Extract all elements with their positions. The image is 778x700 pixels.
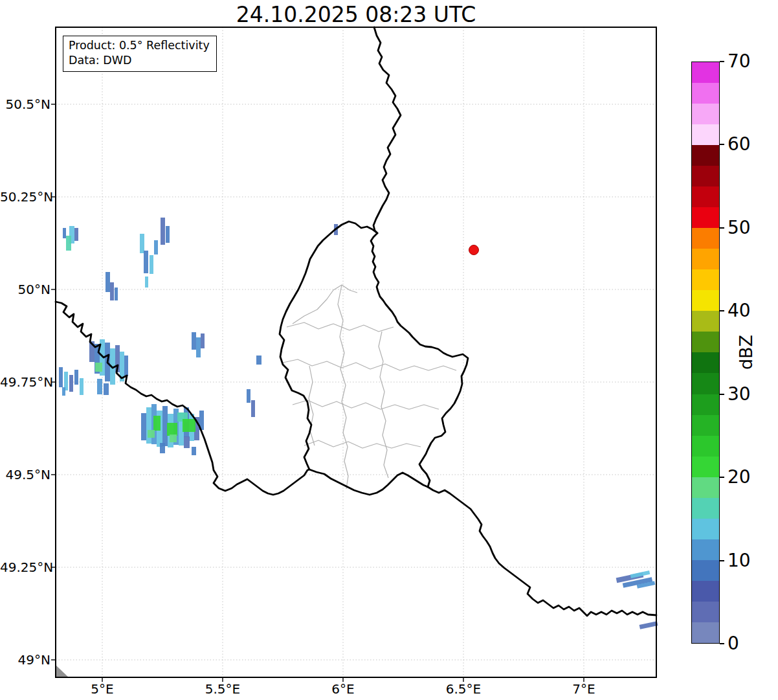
- radar-echo-cell: [62, 387, 65, 396]
- colorbar-tick-mark: [720, 477, 724, 478]
- colorbar-tick-mark: [720, 227, 724, 229]
- radar-echo-cell: [74, 228, 78, 241]
- radar-echo-cell: [170, 435, 177, 442]
- radar-echo-cell: [66, 236, 71, 251]
- y-tick-label: 50.25°N: [0, 189, 50, 205]
- colorbar-band: [692, 436, 719, 457]
- y-tick-label: 49.5°N: [0, 467, 50, 482]
- colorbar-tick-mark: [720, 61, 724, 62]
- colorbar-band: [692, 269, 719, 290]
- colorbar-band: [692, 539, 719, 560]
- x-tick-label: 6°E: [314, 681, 372, 697]
- colorbar-band: [692, 352, 719, 373]
- colorbar-band: [692, 62, 719, 83]
- colorbar-band: [692, 311, 719, 332]
- colorbar-tick-mark: [720, 394, 724, 395]
- colorbar-band: [692, 186, 719, 207]
- luxembourg-outline: [280, 221, 468, 495]
- radar-echo-cell: [160, 443, 165, 453]
- radar-echo-cell: [97, 379, 102, 394]
- colorbar-tick-label: 50: [728, 218, 773, 238]
- y-tick-label: 49.25°N: [0, 559, 50, 575]
- x-tick-label: 5°E: [73, 681, 131, 697]
- colorbar-tick-label: 10: [728, 550, 773, 571]
- radar-echo-cell: [110, 282, 114, 300]
- map-frame: [56, 27, 656, 677]
- colorbar-tick-label: 0: [728, 633, 773, 654]
- radar-site-marker: [469, 245, 479, 255]
- radar-echo-cell: [150, 255, 153, 274]
- map-canvas: [0, 0, 778, 700]
- country-borders: [56, 27, 656, 616]
- radar-echo-cell: [166, 226, 170, 243]
- radar-echo-cell: [106, 272, 110, 292]
- colorbar-band: [692, 228, 719, 249]
- radar-echo-cell: [639, 621, 658, 629]
- france-germany-border: [428, 487, 656, 616]
- radar-echo-cell: [95, 363, 102, 372]
- radar-echo-cell: [184, 436, 190, 448]
- colorbar-band: [692, 104, 719, 124]
- radar-echo-cell: [63, 228, 66, 238]
- radar-echo-cell: [74, 370, 78, 385]
- radar-echo-cell: [148, 430, 155, 438]
- radar-echo-cell: [144, 251, 148, 273]
- radar-echo-cell: [183, 419, 195, 432]
- colorbar-axis-label: dBZ: [736, 335, 756, 370]
- y-tick-label: 49.75°N: [0, 374, 50, 390]
- x-tick-label: 5.5°E: [194, 681, 252, 697]
- y-tick-label: 50.5°N: [0, 96, 50, 112]
- colorbar-tick-mark: [720, 560, 724, 561]
- radar-echo-cell: [196, 337, 201, 357]
- colorbar-band: [692, 394, 719, 415]
- y-tick-label: 49°N: [0, 652, 50, 668]
- radar-echo-cell: [192, 447, 196, 455]
- product-info-line1: Product: 0.5° Reflectivity: [69, 38, 210, 53]
- radar-figure: 24.10.2025 08:23 UTC Product: 0.5° Refle…: [0, 0, 778, 700]
- colorbar-band: [692, 560, 719, 581]
- radar-echo-cell: [104, 383, 109, 395]
- product-info-box: Product: 0.5° Reflectivity Data: DWD: [63, 36, 217, 72]
- radar-echo-cell: [161, 218, 165, 245]
- colorbar: [691, 62, 720, 644]
- colorbar-tick-label: 40: [728, 300, 773, 321]
- radar-echo-cell: [80, 378, 83, 395]
- colorbar-band: [692, 249, 719, 269]
- colorbar-band: [692, 477, 719, 498]
- colorbar-tick-label: 20: [728, 467, 773, 488]
- radar-echo-cell: [115, 288, 118, 300]
- corner-terrain-patch: [56, 665, 69, 677]
- axis-tick-marks: [51, 104, 584, 682]
- radar-echo-cell: [146, 407, 151, 444]
- colorbar-band: [692, 207, 719, 228]
- canton-border: [293, 285, 357, 324]
- colorbar-band: [692, 622, 719, 643]
- radar-echo-cell: [141, 413, 146, 440]
- x-tick-label: 7°E: [555, 681, 613, 697]
- radar-echo-cell: [154, 240, 158, 254]
- colorbar-tick-mark: [720, 643, 724, 644]
- canton-border: [379, 332, 388, 478]
- radar-echo-cell: [251, 400, 255, 417]
- radar-echo-cell: [247, 389, 250, 403]
- colorbar-band: [692, 145, 719, 166]
- radar-echo-cell: [69, 375, 73, 392]
- colorbar-band: [692, 602, 719, 622]
- radar-echo-cell: [192, 332, 196, 350]
- x-tick-label: 6.5°E: [434, 681, 493, 697]
- y-tick-label: 50°N: [0, 282, 50, 297]
- gridlines: [56, 27, 656, 677]
- colorbar-tick-mark: [720, 310, 724, 311]
- canton-border: [338, 285, 348, 489]
- canton-border: [293, 400, 439, 409]
- belgium-france-border: [56, 302, 309, 495]
- colorbar-tick-label: 60: [728, 134, 773, 155]
- radar-echo-cell: [162, 406, 168, 446]
- colorbar-tick-label: 70: [728, 51, 773, 72]
- colorbar-band: [692, 457, 719, 477]
- colorbar-band: [692, 83, 719, 104]
- colorbar-tick-label: 30: [728, 384, 773, 405]
- radar-echo-cell: [167, 423, 177, 436]
- colorbar-band: [692, 124, 719, 145]
- radar-echo-cell: [145, 277, 148, 288]
